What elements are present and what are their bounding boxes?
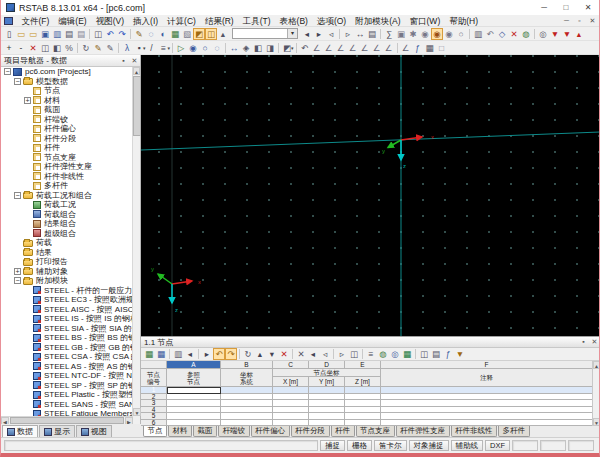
maximize-button[interactable]: □ [555, 1, 577, 15]
scroll-up-icon[interactable]: ▲ [133, 67, 140, 75]
menu-item-9[interactable]: 选项(O) [312, 15, 350, 27]
camera-icon[interactable]: ◎ [537, 28, 549, 40]
nav-forward-icon[interactable]: ▸ [313, 28, 325, 40]
adobe-export-icon[interactable]: ▴ [573, 28, 585, 40]
export-table-icon[interactable]: ▸ [201, 348, 213, 360]
menu-item-12[interactable]: 帮助(H) [445, 15, 483, 27]
close-button[interactable]: ✕ [577, 1, 599, 15]
minimize-button[interactable]: ─ [533, 1, 555, 15]
refresh-table-icon[interactable]: ↻ [242, 348, 254, 360]
tree-expand-toggle[interactable]: − [14, 192, 21, 199]
light-toggle-icon[interactable]: ○ [455, 28, 467, 40]
table-settings-icon[interactable]: ▥ [172, 348, 184, 360]
print-icon[interactable]: ▤ [366, 28, 378, 40]
horizontal-guideline[interactable] [141, 132, 600, 150]
view-in-y-icon[interactable]: ◨ [264, 42, 276, 54]
undo-icon[interactable]: ↶ [104, 28, 116, 40]
save-icon[interactable]: ▣ [39, 28, 51, 40]
table-tab-杆件[interactable]: 杆件 [331, 426, 355, 437]
block-manager-icon[interactable]: ▧ [181, 28, 193, 40]
column-letter-B[interactable]: B [221, 361, 273, 369]
status-toggle-辅助线[interactable]: 辅助线 [451, 440, 484, 451]
menu-item-2[interactable]: 编辑(E) [54, 15, 91, 27]
edit-properties-icon[interactable]: ✎ [104, 42, 116, 54]
table-tab-杆端铰[interactable]: 杆端铰 [218, 426, 250, 437]
table-tab-节点支座[interactable]: 节点支座 [356, 426, 395, 437]
tree-expand-toggle[interactable]: + [14, 268, 21, 275]
previous-view-icon[interactable]: ↶ [299, 42, 311, 54]
table-open-icon[interactable]: ▦ [155, 348, 167, 360]
table-tab-节点[interactable]: 节点 [143, 426, 167, 437]
user-profile-icon[interactable]: ▴ [217, 28, 229, 40]
table-tab-截面[interactable]: 截面 [193, 426, 217, 437]
edit-pencil-icon[interactable]: ✎ [133, 28, 145, 40]
scale-object-icon[interactable]: % [63, 42, 75, 54]
columns-display-icon[interactable]: ▥ [472, 28, 484, 40]
table-tab-杆件分段[interactable]: 杆件分段 [291, 426, 330, 437]
picture-select-icon[interactable]: ◍ [377, 348, 389, 360]
scroll-up-icon[interactable]: ▲ [593, 361, 600, 369]
zoom-icon[interactable]: ◌ [145, 28, 157, 40]
tree-item[interactable]: 节点 [1, 86, 132, 96]
delete-row-icon[interactable]: ▾ [266, 348, 278, 360]
open-file-icon[interactable]: ▭ [15, 28, 27, 40]
display-properties-icon[interactable]: ▣ [395, 28, 407, 40]
tree-expand-toggle[interactable]: − [14, 277, 21, 284]
jump-prev-icon[interactable]: ◃ [319, 348, 331, 360]
view-isometric-icon[interactable]: ◈ [240, 42, 252, 54]
edit-object-icon[interactable]: ✎ [92, 42, 104, 54]
member-angle-1-icon[interactable]: ∠ [311, 42, 323, 54]
tree-item[interactable]: STEEL Fatigue Members - 疲劳 [1, 409, 132, 416]
nav-back-icon[interactable]: ◂ [301, 28, 313, 40]
menu-item-6[interactable]: 结果(R) [200, 15, 238, 27]
sum-icon[interactable]: ∑ [383, 28, 395, 40]
tree-expand-toggle[interactable]: + [24, 97, 31, 104]
lock-icon[interactable]: ◩ [193, 28, 205, 40]
navigator-close-icon[interactable]: ✕ [129, 56, 140, 66]
menu-item-4[interactable]: 插入(I) [129, 15, 163, 27]
insert-row-icon[interactable]: ▴ [254, 348, 266, 360]
status-toggle-DXF[interactable]: DXF [485, 440, 510, 451]
chevron-down-icon[interactable]: ▾ [287, 29, 297, 38]
render-wheel-1-icon[interactable]: ◉ [419, 28, 431, 40]
deselect-icon[interactable]: - [15, 42, 27, 54]
jump-first-icon[interactable]: ◂ [307, 348, 319, 360]
mdi-document-icon[interactable] [4, 17, 13, 25]
globe-view-icon[interactable]: ◍ [520, 28, 532, 40]
print-preview-icon[interactable]: ▤ [75, 28, 87, 40]
table-new-icon[interactable]: ▦ [143, 348, 155, 360]
copy-object-icon[interactable]: ◫ [39, 42, 51, 54]
member-angle-3-icon[interactable]: ∠ [335, 42, 347, 54]
table-vertical-scrollbar[interactable]: ▲ ▼ [592, 361, 600, 426]
lambda-tool-icon[interactable]: λ [121, 42, 133, 54]
render-mode-icon[interactable]: ◐ [157, 28, 169, 40]
tree-item[interactable]: −模型数据 [1, 77, 132, 87]
view-in-x-icon[interactable]: ◧ [252, 42, 264, 54]
scroll-down-icon[interactable]: ▼ [133, 408, 141, 416]
select-in-graphic-icon[interactable]: ◎ [389, 348, 401, 360]
fx-table-icon[interactable]: ƒ [442, 348, 454, 360]
tree-expand-toggle[interactable]: − [14, 78, 21, 85]
dropdown-caret-icon[interactable]: ▾ [291, 45, 294, 51]
column-letter-A[interactable]: A [167, 361, 221, 369]
tree-item[interactable]: 荷载 [1, 238, 132, 248]
navigator-pin-icon[interactable]: ▪ [118, 56, 129, 66]
view-selector-combo[interactable]: ▾ [232, 28, 298, 39]
redo-table-icon[interactable]: ↷ [225, 348, 237, 360]
column-letter-E[interactable]: E [345, 361, 381, 369]
export-pdf-icon[interactable]: ▼ [561, 28, 573, 40]
navigator-horizontal-scrollbar[interactable]: ◀ ▶ [1, 416, 133, 424]
column-letter-F[interactable]: F [381, 361, 592, 369]
settings-gear-icon[interactable]: ✱ [407, 28, 419, 40]
render-wheel-2-icon[interactable]: ◉ [431, 28, 443, 40]
rotate-view-icon[interactable]: ↶ [484, 28, 496, 40]
member-angle-7-icon[interactable]: ∠ [383, 42, 395, 54]
select-pointer-icon[interactable]: + [3, 42, 15, 54]
scroll-thumb[interactable] [10, 417, 124, 424]
table-tab-多杆件[interactable]: 多杆件 [498, 426, 530, 437]
fx-tool-icon[interactable]: ƒ [412, 42, 424, 54]
navigator-tab-数据[interactable]: 数据 [2, 425, 38, 437]
sum-rows-icon[interactable]: ≡ [365, 348, 377, 360]
scroll-thumb[interactable] [133, 76, 141, 136]
navigator-vertical-scrollbar[interactable]: ▲ ▼ [132, 67, 140, 416]
